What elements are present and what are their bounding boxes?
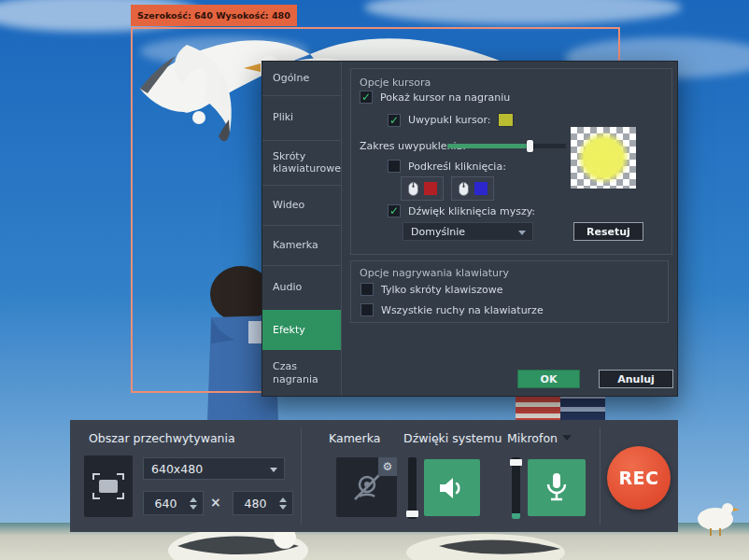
chevron-down-icon	[518, 231, 526, 235]
stepper-arrows[interactable]	[188, 497, 203, 510]
arrow-up-icon[interactable]	[190, 497, 197, 502]
cancel-button[interactable]: Anuluj	[599, 370, 673, 388]
arrow-down-icon[interactable]	[190, 505, 197, 510]
highlight-cursor-row: Uwypukl kursor:	[388, 113, 514, 127]
highlight-color-swatch[interactable]	[498, 113, 514, 127]
slider-tick	[512, 513, 520, 519]
microphone-label[interactable]: Mikrofon	[507, 431, 572, 445]
tab-skroty-klawiaturowe[interactable]: Skróty klawiaturowe	[262, 140, 341, 186]
capture-area-icon-button[interactable]	[84, 455, 133, 517]
click-sound-select[interactable]: Domyślnie	[403, 222, 533, 241]
left-click-color	[424, 182, 437, 195]
highlight-glow	[577, 132, 629, 184]
shortcuts-only-checkbox[interactable]	[360, 283, 374, 296]
click-sound-checkbox[interactable]	[388, 204, 401, 217]
chevron-down-icon	[562, 435, 572, 441]
capture-area-title: Obszar przechwytywania	[89, 431, 235, 445]
microphone-icon	[544, 472, 569, 504]
microphone-toggle-button[interactable]	[528, 459, 586, 516]
tab-kamerka[interactable]: Kamerka	[262, 225, 341, 265]
capture-size-preset-select[interactable]: 640x480	[143, 457, 285, 480]
system-audio-slider[interactable]	[408, 457, 417, 519]
recording-toolbar: Obszar przechwytywania 640x480 640 × 480	[70, 420, 678, 532]
webcam-toggle-button[interactable]: ⚙	[336, 457, 397, 517]
slider-handle[interactable]	[406, 511, 418, 517]
settings-tab-list: Ogólne Pliki Skróty klawiaturowe Wideo K…	[262, 62, 341, 396]
highlight-range-slider[interactable]	[447, 144, 566, 148]
tab-wideo[interactable]: Wideo	[262, 185, 341, 225]
webcam-settings-button[interactable]: ⚙	[378, 457, 397, 476]
gear-icon: ⚙	[383, 460, 393, 473]
screen-recorder-app: Szerokość: 640 Wysokość: 480 Ogólne Plik…	[0, 0, 749, 560]
tab-efekty[interactable]: Efekty	[262, 310, 341, 351]
slider-fill	[447, 144, 530, 148]
underline-clicks-checkbox[interactable]	[388, 160, 401, 173]
mouse-icon	[459, 182, 469, 196]
tab-ogolne[interactable]: Ogólne	[262, 62, 341, 95]
microphone-slider[interactable]	[512, 457, 520, 519]
tab-divider	[341, 62, 342, 396]
show-cursor-row: Pokaż kursor na nagraniu	[360, 91, 510, 104]
all-keystrokes-row: Wszystkie ruchy na klawiaturze	[360, 303, 544, 316]
mouse-icon	[408, 182, 418, 196]
system-audio-toggle-button[interactable]	[424, 459, 480, 516]
underline-clicks-row: Podkreśl kliknięcia:	[388, 160, 506, 173]
height-stepper[interactable]: 480	[233, 491, 293, 515]
toolbar-divider	[301, 427, 302, 525]
capture-frame-icon	[92, 473, 124, 499]
cursor-options-title: Opcje kursora	[360, 77, 431, 89]
system-audio-label: Dźwięki systemu	[403, 431, 502, 445]
right-click-color-button[interactable]	[451, 176, 494, 201]
right-click-color	[474, 182, 488, 195]
highlight-cursor-checkbox[interactable]	[388, 114, 401, 127]
show-cursor-checkbox[interactable]	[360, 91, 373, 104]
keyboard-options-title: Opcje nagrywania klawiatury	[360, 267, 509, 279]
toolbar-divider	[600, 427, 601, 525]
click-sound-row: Dźwięk kliknięcia myszy:	[388, 204, 535, 217]
settings-dialog: Ogólne Pliki Skróty klawiaturowe Wideo K…	[261, 61, 678, 397]
tab-audio[interactable]: Audio	[262, 265, 341, 310]
stepper-arrows[interactable]	[277, 497, 292, 510]
all-keystrokes-checkbox[interactable]	[360, 303, 374, 316]
webcam-off-icon	[351, 471, 383, 503]
webcam-label: Kamerka	[329, 431, 380, 445]
tab-pliki[interactable]: Pliki	[262, 95, 341, 140]
ok-button[interactable]: OK	[517, 370, 580, 388]
capture-size-label: Szerokość: 640 Wysokość: 480	[131, 5, 297, 26]
reset-button[interactable]: Resetuj	[573, 222, 643, 241]
left-click-color-button[interactable]	[401, 176, 444, 201]
slider-handle[interactable]	[510, 459, 522, 466]
slider-handle[interactable]	[527, 140, 533, 152]
arrow-down-icon[interactable]	[279, 505, 287, 510]
width-stepper[interactable]: 640	[143, 491, 204, 515]
speaker-icon	[438, 476, 466, 500]
rec-button[interactable]: REC	[607, 446, 671, 510]
arrow-up-icon[interactable]	[279, 497, 287, 502]
tab-czas-nagrania[interactable]: Czas nagrania	[262, 350, 341, 396]
chevron-down-icon	[270, 468, 277, 472]
shortcuts-only-row: Tylko skróty klawiszowe	[360, 283, 502, 296]
times-symbol: ×	[210, 495, 221, 510]
cursor-highlight-preview	[571, 127, 636, 189]
